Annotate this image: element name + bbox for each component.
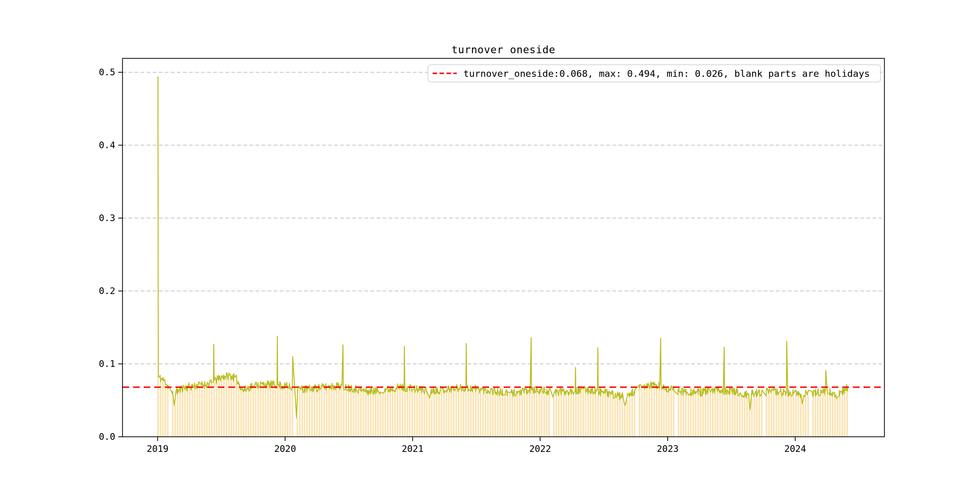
x-tick-label: 2023 <box>657 444 678 454</box>
x-tick-label: 2020 <box>274 444 296 454</box>
x-tick-label: 2022 <box>529 444 551 454</box>
legend: turnover_oneside:0.068, max: 0.494, min:… <box>428 64 881 82</box>
chart-title: turnover oneside <box>123 44 885 55</box>
y-tick-label: 0.2 <box>99 286 115 296</box>
x-tick-label: 2021 <box>402 444 423 454</box>
y-tick-label: 0.5 <box>99 67 115 78</box>
x-tick-label: 2019 <box>147 444 169 454</box>
y-tick-label: 0.0 <box>99 431 115 442</box>
x-axis-ticks: 201920202021202220232024 <box>147 437 806 454</box>
y-gridlines <box>123 72 885 364</box>
legend-label: turnover_oneside:0.068, max: 0.494, min:… <box>463 68 870 79</box>
turnover-bars <box>157 377 848 437</box>
turnover-line <box>158 77 848 418</box>
y-tick-label: 0.4 <box>99 140 115 150</box>
x-tick-label: 2024 <box>784 444 806 454</box>
y-tick-label: 0.1 <box>99 358 115 369</box>
y-axis-ticks: 0.00.10.20.30.40.5 <box>99 67 123 442</box>
legend-dashed-line-icon <box>433 73 457 74</box>
figure: 0.00.10.20.30.40.52019202020212022202320… <box>0 0 980 490</box>
y-tick-label: 0.3 <box>99 213 115 223</box>
